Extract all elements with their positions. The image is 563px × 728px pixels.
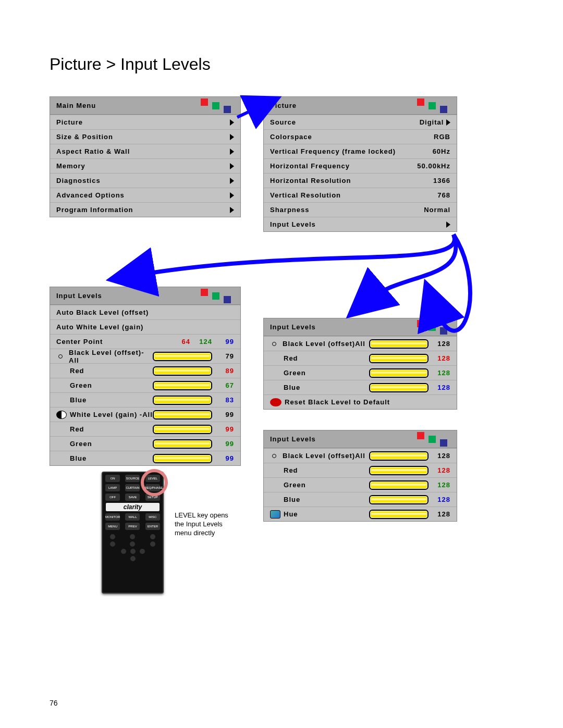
remote-caption: LEVEL key opens the Input Levels menu di… xyxy=(175,511,242,537)
rgb-logo-icon xyxy=(201,289,237,303)
menuitem-size-position[interactable]: Size & Position xyxy=(50,129,240,144)
remote-btn-save[interactable]: SAVE xyxy=(125,493,140,501)
chevron-right-icon xyxy=(230,192,234,199)
remote-dot[interactable] xyxy=(110,541,115,547)
black-level-blue[interactable]: Blue128 xyxy=(264,492,457,507)
picture-row-sharpness[interactable]: SharpnessNormal xyxy=(264,202,457,217)
remote-btn-wall[interactable]: WALL xyxy=(125,513,140,521)
remote-dot[interactable] xyxy=(140,549,145,554)
chevron-right-icon xyxy=(446,221,450,228)
picture-row-hfreq: Horizontal Frequency50.00kHz xyxy=(264,158,457,173)
slider[interactable] xyxy=(369,354,429,363)
picture-row-input-levels[interactable]: Input Levels xyxy=(264,217,457,231)
black-level-green[interactable]: Green128 xyxy=(264,477,457,492)
remote-btn-misc[interactable]: MISC xyxy=(145,513,160,521)
input-levels-header: Input Levels xyxy=(270,435,316,443)
slider[interactable] xyxy=(369,368,429,378)
remote-dot[interactable] xyxy=(130,549,136,554)
black-level-blue[interactable]: Blue128 xyxy=(264,380,457,394)
white-level-blue[interactable]: Blue99 xyxy=(50,451,240,465)
black-level-green[interactable]: Green67 xyxy=(50,378,240,392)
remote-btn-source[interactable]: SOURCE xyxy=(125,475,140,482)
picture-row-source[interactable]: SourceDigital xyxy=(264,115,457,129)
remote-btn-setup[interactable]: SETUP xyxy=(145,493,160,501)
palette-icon xyxy=(270,510,280,519)
slider[interactable] xyxy=(153,352,212,361)
chevron-right-icon xyxy=(230,149,234,155)
menuitem-memory[interactable]: Memory xyxy=(50,158,240,173)
remote-btn-enter[interactable]: ENTER xyxy=(145,523,160,530)
reset-black-level[interactable]: Reset Black Level to Default xyxy=(264,394,457,409)
black-level-green[interactable]: Green128 xyxy=(264,365,457,380)
slider[interactable] xyxy=(153,381,212,390)
black-level-all[interactable]: Black Level (offset)All128 xyxy=(264,448,457,463)
chevron-right-icon xyxy=(230,207,234,213)
remote-btn-level[interactable]: LEVEL xyxy=(145,475,160,482)
remote-btn-prev[interactable]: PREV xyxy=(125,523,140,530)
white-level-green[interactable]: Green99 xyxy=(50,436,240,451)
remote-dot[interactable] xyxy=(121,549,126,554)
white-level-all[interactable]: White Level (gain) -All99 xyxy=(50,407,240,422)
slider[interactable] xyxy=(153,396,212,405)
input-levels-header: Input Levels xyxy=(56,292,102,300)
remote-dot[interactable] xyxy=(130,534,135,539)
remote-btn-freq[interactable]: FREQ/PHASE xyxy=(145,484,160,491)
rgb-logo-icon xyxy=(201,98,237,113)
auto-black-level[interactable]: Auto Black Level (offset) xyxy=(50,305,240,319)
remote-btn-off[interactable]: OFF xyxy=(105,493,120,501)
black-level-red[interactable]: Red89 xyxy=(50,363,240,378)
hue-level[interactable]: Hue128 xyxy=(264,507,457,521)
remote-dot[interactable] xyxy=(150,534,155,539)
menuitem-picture[interactable]: Picture xyxy=(50,115,240,129)
picture-header: Picture xyxy=(270,102,297,109)
slider[interactable] xyxy=(369,510,429,519)
picture-row-hres: Horizontal Resolution1366 xyxy=(264,173,457,188)
slider[interactable] xyxy=(153,410,212,419)
slider[interactable] xyxy=(369,495,429,504)
remote-control: ONSOURCELEVEL LAMPCURTAINFREQ/PHASE OFFS… xyxy=(102,472,164,594)
picture-panel: Picture SourceDigital ColorspaceRGB Vert… xyxy=(263,96,457,232)
slider[interactable] xyxy=(369,383,429,392)
remote-btn-menu[interactable]: MENU xyxy=(105,523,120,530)
slider[interactable] xyxy=(153,439,212,449)
remote-btn-curtain[interactable]: CURTAIN xyxy=(125,484,140,491)
remote-btn-monitor[interactable]: MONITOR xyxy=(105,513,120,521)
remote-logo: clarity xyxy=(106,503,160,511)
remote-dot[interactable] xyxy=(130,541,135,547)
picture-row-colorspace[interactable]: ColorspaceRGB xyxy=(264,129,457,144)
slider[interactable] xyxy=(369,480,429,490)
remote-dot[interactable] xyxy=(150,541,155,547)
center-point: Center Point 64 124 99 xyxy=(50,334,240,349)
menuitem-diagnostics[interactable]: Diagnostics xyxy=(50,173,240,188)
picture-row-vres: Vertical Resolution768 xyxy=(264,188,457,202)
slider[interactable] xyxy=(369,466,429,475)
chevron-right-icon xyxy=(230,178,234,184)
menuitem-program-info[interactable]: Program Information xyxy=(50,202,240,217)
black-level-blue[interactable]: Blue83 xyxy=(50,392,240,407)
black-level-all[interactable]: Black Level (offset)-All79 xyxy=(50,349,240,363)
menuitem-aspect-wall[interactable]: Aspect Ratio & Wall xyxy=(50,144,240,158)
remote-btn-on[interactable]: ON xyxy=(105,475,120,482)
slider[interactable] xyxy=(153,454,212,463)
white-level-red[interactable]: Red99 xyxy=(50,422,240,436)
slider[interactable] xyxy=(369,339,429,349)
reset-icon xyxy=(270,398,282,406)
slider[interactable] xyxy=(153,366,212,376)
input-levels-header: Input Levels xyxy=(270,323,316,331)
slider[interactable] xyxy=(369,451,429,461)
input-levels-top-right-panel: Input Levels Black Level (offset)All128 … xyxy=(263,318,457,410)
chevron-right-icon xyxy=(446,119,450,126)
page-number: 76 xyxy=(50,699,58,707)
auto-white-level[interactable]: Auto White Level (gain) xyxy=(50,319,240,334)
rgb-logo-icon xyxy=(417,98,454,113)
remote-dot[interactable] xyxy=(110,534,115,539)
remote-dot[interactable] xyxy=(130,556,136,561)
chevron-right-icon xyxy=(230,119,234,126)
black-level-red[interactable]: Red128 xyxy=(264,351,457,365)
menuitem-advanced[interactable]: Advanced Options xyxy=(50,188,240,202)
black-level-red[interactable]: Red128 xyxy=(264,463,457,477)
black-level-all[interactable]: Black Level (offset)All128 xyxy=(264,336,457,351)
main-menu-panel: Main Menu Picture Size & Position Aspect… xyxy=(50,96,241,217)
remote-btn-lamp[interactable]: LAMP xyxy=(105,484,120,491)
slider[interactable] xyxy=(153,425,212,434)
